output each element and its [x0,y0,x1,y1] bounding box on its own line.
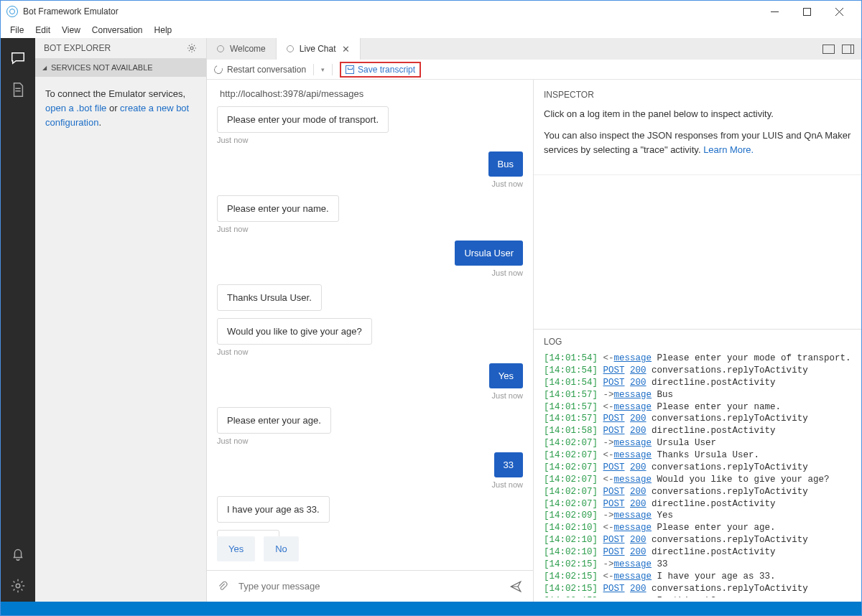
log-line[interactable]: [14:02:07] <-message Thanks Ursula User. [544,449,851,462]
suggested-action[interactable]: Yes [217,536,255,561]
bell-icon [10,546,26,562]
split-editor-icon[interactable] [842,45,854,54]
services-section[interactable]: ◢ SERVICES NOT AVAILABLE [35,58,206,77]
log-line[interactable]: [14:02:10] POST 200 directline.postActiv… [544,546,851,559]
user-message[interactable]: Ursula UserJust now [217,241,523,277]
bot-message[interactable]: I have your age as 33. [217,496,523,523]
message-bubble: Thanks Ursula User. [217,284,322,311]
log-lines[interactable]: [14:01:54] <-message Please enter your m… [544,353,851,597]
log-line[interactable]: [14:02:07] POST 200 conversations.replyT… [544,486,851,498]
log-line[interactable]: [14:01:54] POST 200 directline.postActiv… [544,377,851,389]
message-bubble: Please enter your age. [217,407,331,434]
open-bot-file-link[interactable]: open a .bot file [45,103,106,113]
log-line[interactable]: [14:02:10] POST 200 conversations.replyT… [544,534,851,546]
log-line[interactable]: [14:01:54] POST 200 conversations.replyT… [544,365,851,377]
log-line[interactable]: [14:01:57] <-message Please enter your n… [544,401,851,414]
message-bubble: I have your age as 33. [217,496,330,523]
user-message[interactable]: BusJust now [217,151,523,188]
bot-message[interactable]: Thanks Ursula User. [217,284,523,311]
bot-message[interactable]: Please enter your mode of transport.Just… [217,106,523,144]
message-input[interactable] [238,581,499,592]
window-controls [759,1,856,22]
suggested-actions: YesNo [207,536,533,570]
restart-conversation-button[interactable]: Restart conversation [227,65,306,75]
activity-chat[interactable] [1,42,35,74]
message-bubble: 33 [494,452,523,477]
activity-notifications[interactable] [1,538,35,570]
learn-more-link[interactable]: Learn More. [703,144,754,155]
tab-indicator-icon [217,45,224,52]
inspector-panel: INSPECTOR Click on a log item in the pan… [534,80,861,175]
explorer-settings-icon[interactable] [186,42,198,54]
log-line[interactable]: [14:02:07] POST 200 directline.postActiv… [544,498,851,510]
restart-dropdown[interactable]: ▾ [321,66,325,73]
message-timestamp: Just now [217,347,248,356]
send-icon[interactable] [509,580,523,593]
bot-message[interactable]: Is this ok?Just now [217,530,523,536]
log-line[interactable]: [14:01:58] POST 200 directline.postActiv… [544,425,851,437]
menu-view[interactable]: View [57,24,85,37]
chat-scroll[interactable]: Please enter your mode of transport.Just… [207,103,533,536]
maximize-button[interactable] [791,1,823,22]
menu-file[interactable]: File [5,24,29,37]
user-message[interactable]: YesJust now [217,363,523,400]
menu-edit[interactable]: Edit [30,24,55,37]
tab-welcome[interactable]: Welcome [207,38,277,60]
activity-resources[interactable] [1,74,35,106]
bot-message[interactable]: Would you like to give your age?Just now [217,318,523,356]
minimize-button[interactable] [759,1,791,22]
log-line[interactable]: [14:02:07] POST 200 conversations.replyT… [544,462,851,474]
svg-rect-0 [771,11,779,12]
menu-help[interactable]: Help [149,24,177,37]
tab-indicator-icon [287,45,294,52]
close-button[interactable] [823,1,856,22]
app-icon [6,6,18,17]
maximize-icon [803,8,811,16]
menu-conversation[interactable]: Conversation [87,24,148,37]
message-bubble: Please enter your mode of transport. [217,106,389,133]
message-timestamp: Just now [492,179,523,188]
suggested-action[interactable]: No [264,536,299,561]
log-line[interactable]: [14:02:09] ->message Yes [544,510,851,522]
svg-rect-1 [804,8,811,15]
inspector-help-1: Click on a log item in the panel below t… [544,107,851,121]
log-line[interactable]: [14:02:15] POST 200 conversations.replyT… [544,583,851,595]
save-transcript-button[interactable]: Save transcript [340,62,421,78]
main-area: Welcome Live Chat ✕ Restart conversation… [207,38,861,602]
status-bar [1,602,861,615]
chat-column: http://localhost:3978/api/messages Pleas… [207,80,534,602]
log-line[interactable]: [14:02:07] ->message Ursula User [544,437,851,449]
window: Bot Framework Emulator File Edit View Co… [0,0,862,616]
log-line[interactable]: [14:02:15] <-message Is this ok? [544,595,851,598]
message-timestamp: Just now [217,136,248,144]
log-panel: LOG [14:01:54] <-message Please enter yo… [534,329,861,602]
chat-toolbar: Restart conversation ▾ Save transcript [207,60,861,80]
collapse-icon: ◢ [42,65,47,71]
log-line[interactable]: [14:02:07] <-message Would you like to g… [544,474,851,486]
menubar: File Edit View Conversation Help [1,22,861,38]
bot-explorer: BOT EXPLORER ◢ SERVICES NOT AVAILABLE To… [35,38,207,602]
minimize-icon [771,11,779,12]
chat-endpoint: http://localhost:3978/api/messages [207,80,533,103]
log-line[interactable]: [14:01:57] ->message Bus [544,389,851,401]
tab-livechat[interactable]: Live Chat ✕ [277,38,361,60]
attachment-icon[interactable] [217,580,228,593]
log-line[interactable]: [14:02:15] ->message 33 [544,559,851,571]
tab-close-icon[interactable]: ✕ [342,44,350,55]
user-message[interactable]: 33Just now [217,452,523,489]
log-line[interactable]: [14:02:10] <-message Please enter your a… [544,522,851,534]
chat-icon [10,50,26,66]
log-line[interactable]: [14:01:57] POST 200 conversations.replyT… [544,413,851,425]
message-timestamp: Just now [217,437,248,445]
content-row: http://localhost:3978/api/messages Pleas… [207,80,861,602]
inspector-title: INSPECTOR [544,90,851,100]
message-bubble: Bus [488,151,523,177]
bot-message[interactable]: Please enter your age.Just now [217,407,523,445]
presentation-icon[interactable] [822,45,835,54]
connect-help-text: To connect the Emulator services, open a… [35,77,206,140]
activity-settings[interactable] [1,570,35,602]
bot-message[interactable]: Please enter your name.Just now [217,195,523,233]
log-line[interactable]: [14:01:54] <-message Please enter your m… [544,353,851,365]
log-line[interactable]: [14:02:15] <-message I have your age as … [544,571,851,583]
tab-bar: Welcome Live Chat ✕ [207,38,861,60]
